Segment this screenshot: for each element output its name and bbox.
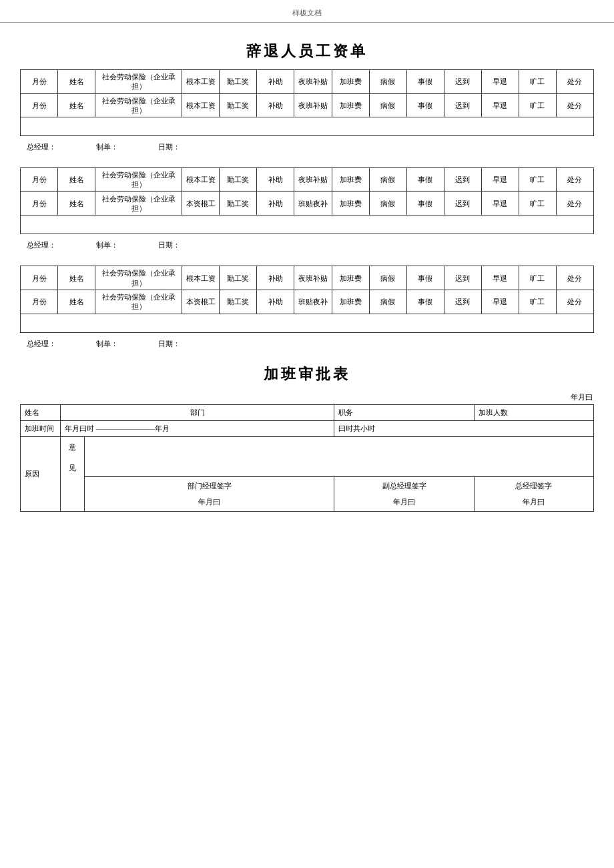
date-label2: 日期： xyxy=(158,240,180,250)
col-insurance: 社会劳动保险（企业承担） xyxy=(95,70,182,94)
date-label3: 日期： xyxy=(158,339,180,349)
salary-table-3: 月份 姓名 社会劳动保险（企业承担） 根本工资 勤工奖 补助 夜班补贴 加班费 … xyxy=(20,266,594,332)
position-label-cell: 职务 xyxy=(334,404,475,420)
sign1-label: 部门经理签字 xyxy=(87,481,331,491)
table-row-empty1 xyxy=(21,117,594,136)
overtime-date-label: 年月曰 xyxy=(571,393,593,401)
col-absent: 旷工 xyxy=(519,70,556,94)
col-penalty: 处分 xyxy=(556,70,593,94)
salary-table-1: 月份 姓名 社会劳动保险（企业承担） 根本工资 勤工奖 补助 夜班补贴 加班费 … xyxy=(20,69,594,136)
salary-table-2: 月份 姓名 社会劳动保险（企业承担） 根本工资 勤工奖 补助 夜班补贴 加班费 … xyxy=(20,167,594,234)
table-row-data1: 月份 姓名 社会劳动保险（企业承担） 根本工资 勤工奖 补助 夜班补贴 加班费 … xyxy=(21,93,594,117)
overtime-table: 姓名 部门 职务 加班人数 加班时间 年月曰时 ————————年月 曰时共小时… xyxy=(20,404,594,512)
time-value-cell: 年月曰时 ————————年月 xyxy=(61,420,334,436)
overtime-time-row: 加班时间 年月曰时 ————————年月 曰时共小时 xyxy=(21,420,594,436)
dept-label-cell: 部门 xyxy=(61,404,334,420)
col-night: 夜班补贴 xyxy=(294,70,332,94)
date-label: 日期： xyxy=(158,142,180,152)
table-row-empty2 xyxy=(21,215,594,234)
sign3-cell: 总经理签字 年月曰 xyxy=(474,477,593,512)
name-label-cell: 姓名 xyxy=(21,404,61,420)
table-row: 月份 姓名 社会劳动保险（企业承担） 根本工资 勤工奖 补助 夜班补贴 加班费 … xyxy=(21,168,594,192)
sign2-date: 年月曰 xyxy=(337,497,471,507)
sign1-cell: 部门经理签字 年月曰 xyxy=(85,477,334,512)
header-bar: 样板文档 xyxy=(0,0,614,23)
col-month: 月份 xyxy=(21,70,58,94)
table-row: 月份 姓名 社会劳动保险（企业承担） 根本工资 勤工奖 补助 夜班补贴 加班费 … xyxy=(21,70,594,94)
col-diligence: 勤工奖 xyxy=(220,70,257,94)
table-row: 月份 姓名 社会劳动保险（企业承担） 根本工资 勤工奖 补助 夜班补贴 加班费 … xyxy=(21,266,594,290)
table-row-data2: 月份 姓名 社会劳动保险（企业承担） 本资根工 勤工奖 补助 班贴夜补 加班费 … xyxy=(21,191,594,215)
time-value2-cell: 曰时共小时 xyxy=(334,420,594,436)
maker-label2: 制单： xyxy=(96,240,118,250)
col-early: 早退 xyxy=(481,70,519,94)
header-title: 样板文档 xyxy=(20,8,594,18)
sign3-label: 总经理签字 xyxy=(477,481,591,491)
signature-row: 部门经理签字 年月曰 副总经理签字 年月曰 总经理签字 年月曰 xyxy=(21,477,594,512)
main-content: 辞退人员工资单 月份 姓名 社会劳动保险（企业承担） 根本工资 勤工奖 补助 夜… xyxy=(0,23,614,525)
headcount-label-cell: 加班人数 xyxy=(474,404,593,420)
col-subsidy: 补助 xyxy=(257,70,294,94)
page-container: 样板文档 辞退人员工资单 月份 姓名 社会劳动保险（企业承担） 根本工资 勤工奖… xyxy=(0,0,614,868)
col-overtime: 加班费 xyxy=(332,70,369,94)
general-manager-label2: 总经理： xyxy=(27,240,56,250)
sign2-cell: 副总经理签字 年月曰 xyxy=(334,477,475,512)
sign3-date: 年月曰 xyxy=(477,497,591,507)
page1-title: 辞退人员工资单 xyxy=(20,41,594,61)
col-late: 迟到 xyxy=(444,70,481,94)
overtime-title: 加班审批表 xyxy=(20,364,594,384)
footer-line-3: 总经理： 制单： 日期： xyxy=(20,336,594,352)
col-sick: 病假 xyxy=(369,70,406,94)
overtime-info-row: 姓名 部门 职务 加班人数 xyxy=(21,404,594,420)
time-label-cell: 加班时间 xyxy=(21,420,61,436)
reason-label-cell: 原因 xyxy=(21,437,61,512)
overtime-date-row: 年月曰 xyxy=(20,392,594,402)
sign2-label: 副总经理签字 xyxy=(337,481,471,491)
col-base-salary: 根本工资 xyxy=(182,70,220,94)
overtime-reason-row: 原因 意见 xyxy=(21,437,594,477)
maker-label3: 制单： xyxy=(96,339,118,349)
general-manager-label3: 总经理： xyxy=(27,339,56,349)
table-row-data3: 月份 姓名 社会劳动保险（企业承担） 本资根工 勤工奖 补助 班贴夜补 加班费 … xyxy=(21,290,594,314)
general-manager-label: 总经理： xyxy=(27,142,56,152)
col-personal: 事假 xyxy=(406,70,444,94)
footer-line-1: 总经理： 制单： 日期： xyxy=(20,139,594,155)
sign1-date: 年月曰 xyxy=(87,497,331,507)
overtime-section: 加班审批表 年月曰 姓名 部门 职务 加班人数 加班时间 年月曰时 — xyxy=(20,364,594,512)
opinion-content-cell xyxy=(85,437,594,477)
col-name: 姓名 xyxy=(58,70,95,94)
maker-label: 制单： xyxy=(96,142,118,152)
table-row-empty3 xyxy=(21,314,594,332)
footer-line-2: 总经理： 制单： 日期： xyxy=(20,237,594,254)
opinion-label-cell: 意见 xyxy=(61,437,85,512)
